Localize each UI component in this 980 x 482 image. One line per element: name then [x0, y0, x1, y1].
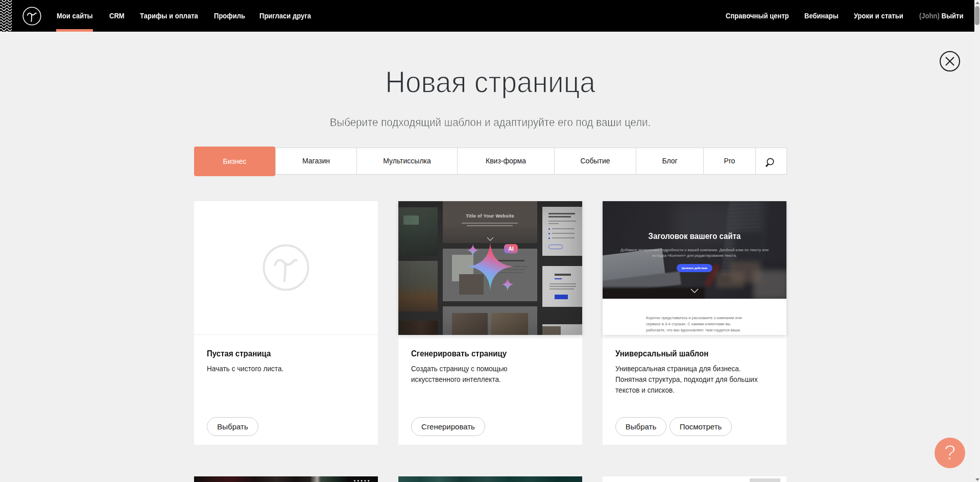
svg-text:AI: AI [508, 246, 514, 252]
